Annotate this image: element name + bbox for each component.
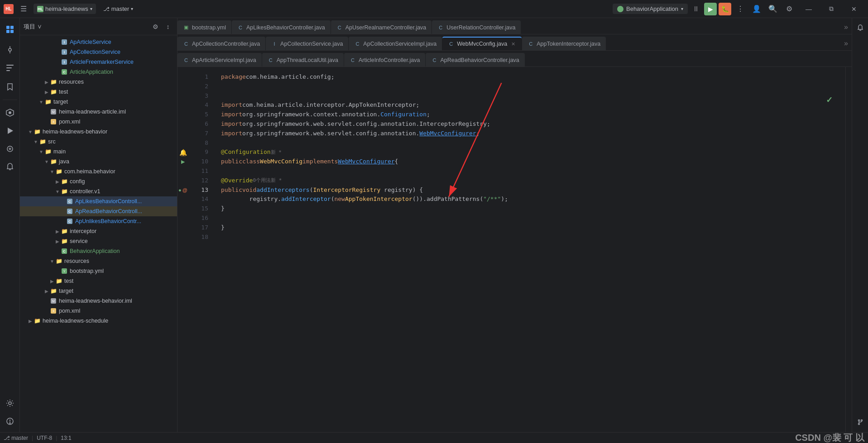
- tree-item[interactable]: ▼📁controller.v1: [20, 186, 177, 196]
- tab-articleinfocontroller[interactable]: C ArticleInfoController.java: [344, 53, 425, 67]
- tree-item[interactable]: ▼📁com.heima.behavior: [20, 167, 177, 176]
- tab-aparticleserviceimpl[interactable]: C ApArticleServiceImpl.java: [177, 53, 262, 67]
- line-number: 2: [188, 82, 214, 91]
- tab-userrelationcontroller[interactable]: C UserRelationController.java: [432, 20, 521, 34]
- pause-button[interactable]: ⏸: [690, 3, 702, 15]
- tree-item[interactable]: ▼📁main: [20, 147, 177, 157]
- tree-item[interactable]: CApUnlikesBehaviorContr...: [20, 216, 177, 226]
- tab-more-button-row2[interactable]: »: [840, 37, 852, 50]
- tree-item[interactable]: ▶📁test: [20, 276, 177, 286]
- tree-item[interactable]: ▼📁java: [20, 157, 177, 167]
- tree-item[interactable]: Mheima-leadnews-article.iml: [20, 107, 177, 117]
- svg-text:X: X: [53, 310, 55, 313]
- git-panel-button[interactable]: [854, 416, 867, 429]
- tab-more-button-row1[interactable]: »: [840, 20, 852, 34]
- svg-rect-7: [6, 65, 14, 66]
- code-editor[interactable]: package com.heima.article.config; import…: [214, 67, 845, 432]
- tree-item[interactable]: CApLikesBehaviorControll...: [20, 196, 177, 206]
- run-icon[interactable]: ●: [178, 187, 182, 193]
- tree-item[interactable]: Xpom.xml: [20, 117, 177, 127]
- tab-label: ArticleInfoController.java: [359, 57, 420, 63]
- tab-webmvcconfig[interactable]: C WebMvcConfig.java ✕: [442, 37, 522, 50]
- commits-tool-button[interactable]: [2, 42, 18, 58]
- svg-text:Y: Y: [63, 270, 66, 273]
- project-tool-button[interactable]: [2, 21, 18, 37]
- tree-item[interactable]: CBehaviorApplication: [20, 246, 177, 256]
- tree-item[interactable]: Xpom.xml: [20, 306, 177, 316]
- tree-item[interactable]: ▶📁target: [20, 286, 177, 296]
- tree-item-label: heima-leadnews-behavior: [43, 129, 107, 135]
- debug-button[interactable]: 🐛: [719, 3, 731, 15]
- tree-item[interactable]: IApArticleService: [20, 37, 177, 47]
- sidebar-settings-button[interactable]: ⚙: [150, 21, 161, 32]
- tree-item[interactable]: ▶📁heima-leadnews-schedule: [20, 316, 177, 326]
- sidebar-expand-button[interactable]: ↕: [163, 21, 173, 32]
- settings-button[interactable]: ⚙: [782, 3, 796, 15]
- svg-point-4: [9, 48, 11, 51]
- svg-rect-0: [6, 26, 10, 29]
- tree-file-icon: 📁: [55, 257, 62, 265]
- tree-item[interactable]: ▶📁interceptor: [20, 226, 177, 236]
- tab-close-webmvcconfig[interactable]: ✕: [510, 41, 516, 47]
- debug-icon[interactable]: @: [182, 187, 187, 193]
- bookmarks-tool-button[interactable]: [2, 79, 18, 95]
- tab-apptokeninterceptor[interactable]: C AppTokenInterceptor.java: [522, 37, 606, 50]
- tree-item[interactable]: ▶📁resources: [20, 77, 177, 87]
- more-options-button[interactable]: ⋮: [733, 3, 748, 15]
- debug-tool-button[interactable]: [2, 141, 18, 157]
- notifications-panel-button[interactable]: [854, 22, 867, 34]
- sidebar-tree: IApArticleServiceIApCollectionServiceIAr…: [20, 35, 177, 432]
- gutter-line: [177, 176, 188, 186]
- git-branch-icon: ⎇: [103, 6, 110, 12]
- tree-item[interactable]: Ybootstrap.yml: [20, 266, 177, 276]
- branch-selector[interactable]: ⎇ master ▾: [100, 4, 137, 14]
- tree-item[interactable]: CArticleApplication: [20, 67, 177, 77]
- svg-text:I: I: [64, 50, 65, 54]
- tab-apuserrealnamecontroller[interactable]: C ApUserRealnameController.java: [331, 20, 432, 34]
- tab-apreadbehaviorcontroller[interactable]: C ApReadBehaviorController.java: [426, 53, 524, 67]
- tree-item[interactable]: ▶📁service: [20, 236, 177, 246]
- java-icon2: C: [336, 24, 343, 31]
- editor-scrollbar[interactable]: [845, 67, 852, 432]
- search-button[interactable]: 🔍: [766, 3, 780, 15]
- tab-apcollectionservice[interactable]: I ApCollectionService.java: [266, 37, 348, 50]
- problems-tool-button[interactable]: [2, 413, 18, 429]
- tab-apcollectionserviceimpl[interactable]: C ApCollectionServiceImpl.java: [349, 37, 442, 50]
- project-selector[interactable]: HL heima-leadnews ▾: [34, 4, 96, 14]
- tree-item[interactable]: IApCollectionService: [20, 47, 177, 57]
- restore-button[interactable]: ⧉: [821, 0, 842, 18]
- notifications-tool-button[interactable]: [2, 159, 18, 175]
- annotation-gutter-icon: 🔔: [179, 149, 187, 156]
- code-line: import org.springframework.context.annot…: [221, 110, 845, 119]
- run-gutter-icon[interactable]: ▶: [181, 159, 185, 165]
- tree-item[interactable]: CApReadBehaviorControll...: [20, 206, 177, 216]
- hamburger-menu-button[interactable]: ☰: [17, 3, 30, 15]
- close-button[interactable]: ✕: [844, 0, 864, 18]
- tree-item[interactable]: ▼📁target: [20, 97, 177, 107]
- plugins-tool-button[interactable]: [2, 105, 18, 121]
- line-number: 18: [188, 233, 214, 242]
- tab-appthreadlocalutil[interactable]: C AppThreadLocalUtil.java: [262, 53, 344, 67]
- settings-tool-button[interactable]: [2, 395, 18, 411]
- tree-item[interactable]: ▶📁config: [20, 176, 177, 186]
- tree-file-icon: 📁: [50, 88, 57, 95]
- tree-item[interactable]: ▶📁test: [20, 87, 177, 97]
- tree-item[interactable]: ▼📁src: [20, 137, 177, 147]
- tree-arrow-icon: ▼: [38, 100, 44, 105]
- tab-apcollectioncontroller[interactable]: C ApCollectionController.java: [177, 37, 265, 50]
- tree-file-icon: I: [61, 58, 68, 66]
- profile-button[interactable]: 👤: [749, 3, 764, 15]
- tab-bootstrap-yml[interactable]: ▣ bootstrap.yml: [177, 20, 231, 34]
- tab-aplikesbehaviorcontroller[interactable]: C ApLikesBehaviorController.java: [232, 20, 331, 34]
- tree-item[interactable]: ▼📁resources: [20, 256, 177, 266]
- run-tool-button[interactable]: [2, 123, 18, 139]
- minimize-button[interactable]: —: [798, 0, 819, 18]
- run-button[interactable]: ▶: [704, 3, 717, 15]
- tree-item[interactable]: Mheima-leadnews-behavior.iml: [20, 296, 177, 306]
- structure-tool-button[interactable]: [2, 60, 18, 76]
- tree-item[interactable]: ▼📁heima-leadnews-behavior: [20, 127, 177, 137]
- tree-item[interactable]: IArticleFreemarkerService: [20, 57, 177, 67]
- gutter-line: ▶: [177, 157, 188, 167]
- run-config-selector[interactable]: BehaviorApplication ▾: [613, 4, 688, 14]
- tree-item-label: service: [70, 238, 88, 244]
